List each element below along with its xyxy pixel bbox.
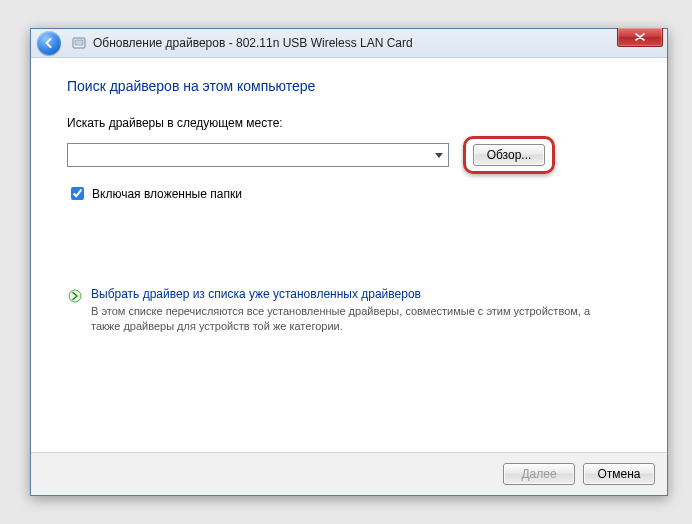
include-subfolders-label: Включая вложенные папки [92, 187, 242, 201]
device-icon [71, 35, 87, 51]
arrow-right-icon [67, 288, 83, 304]
wizard-content: Поиск драйверов на этом компьютере Искат… [31, 58, 667, 452]
driver-update-wizard-window: Обновление драйверов - 802.11n USB Wirel… [30, 28, 668, 496]
link-description: В этом списке перечисляются все установл… [91, 304, 607, 334]
link-text-block: Выбрать драйвер из списка уже установлен… [91, 287, 607, 334]
back-button[interactable] [37, 31, 61, 55]
close-icon [635, 33, 645, 41]
titlebar: Обновление драйверов - 802.11n USB Wirel… [31, 29, 667, 58]
browse-button[interactable]: Обзор... [473, 144, 545, 166]
chevron-down-icon [435, 153, 443, 158]
next-button[interactable]: Далее [503, 463, 575, 485]
path-row: Обзор... [67, 136, 631, 174]
browse-highlight: Обзор... [463, 136, 555, 174]
dropdown-button[interactable] [430, 144, 448, 166]
wizard-footer: Далее Отмена [31, 452, 667, 495]
cancel-button[interactable]: Отмена [583, 463, 655, 485]
include-subfolders-checkbox[interactable] [71, 187, 84, 200]
pick-from-list-link[interactable]: Выбрать драйвер из списка уже установлен… [67, 287, 607, 334]
page-heading: Поиск драйверов на этом компьютере [67, 78, 631, 94]
close-button[interactable] [617, 28, 663, 47]
include-subfolders-row[interactable]: Включая вложенные папки [67, 184, 631, 203]
link-title: Выбрать драйвер из списка уже установлен… [91, 287, 607, 301]
path-input[interactable] [68, 145, 430, 165]
svg-rect-1 [75, 40, 83, 45]
path-combobox[interactable] [67, 143, 449, 167]
path-field-label: Искать драйверы в следующем месте: [67, 116, 631, 130]
back-arrow-icon [43, 37, 55, 49]
window-title: Обновление драйверов - 802.11n USB Wirel… [93, 36, 413, 50]
svg-point-2 [69, 290, 81, 302]
